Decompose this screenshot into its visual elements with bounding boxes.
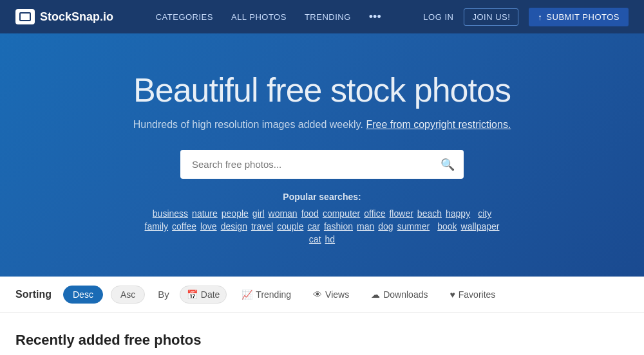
popular-searches: Popular searches: business nature people…	[13, 192, 631, 244]
sort-trending-label: Trending	[256, 289, 291, 300]
sort-by-views[interactable]: 👁 Views	[306, 286, 356, 304]
search-icon: 🔍	[440, 158, 455, 172]
tag-dog[interactable]: dog	[378, 221, 393, 232]
tag-summer[interactable]: summer	[397, 221, 430, 232]
tag-happy[interactable]: happy	[446, 208, 470, 219]
tag-woman[interactable]: woman	[269, 208, 298, 219]
tag-love[interactable]: love	[200, 221, 217, 232]
tag-cat[interactable]: cat	[309, 234, 321, 244]
tag-hd[interactable]: hd	[325, 234, 336, 244]
tag-coffee[interactable]: coffee	[172, 221, 196, 232]
hero-section: Beautiful free stock photos Hundreds of …	[0, 33, 644, 277]
sort-by-favorites[interactable]: ♥ Favorites	[442, 286, 502, 304]
navbar-links: CATEGORIES ALL PHOTOS TRENDING •••	[156, 10, 381, 24]
tag-man[interactable]: man	[357, 221, 374, 232]
tag-business[interactable]: business	[153, 208, 188, 219]
recently-title: Recently added free photos	[15, 332, 629, 349]
nav-categories[interactable]: CATEGORIES	[156, 12, 213, 22]
tag-book[interactable]: book	[437, 221, 457, 232]
tag-nature[interactable]: nature	[192, 208, 218, 219]
tag-flower[interactable]: flower	[389, 208, 413, 219]
popular-tags-container: business nature people girl woman food c…	[142, 208, 502, 244]
trending-icon: 📈	[242, 289, 252, 300]
sort-by-trending[interactable]: 📈 Trending	[234, 286, 298, 304]
sort-views-label: Views	[325, 289, 349, 300]
sort-asc-button[interactable]: Asc	[111, 286, 145, 304]
tag-girl[interactable]: girl	[252, 208, 265, 219]
tag-travel[interactable]: travel	[251, 221, 273, 232]
sort-date-label: Date	[201, 289, 220, 300]
tag-couple[interactable]: couple	[277, 221, 303, 232]
popular-label: Popular searches:	[13, 192, 631, 202]
tag-office[interactable]: office	[364, 208, 385, 219]
tag-people[interactable]: people	[222, 208, 249, 219]
upload-icon: ↑	[538, 12, 542, 22]
tag-car[interactable]: car	[307, 221, 319, 232]
tag-design[interactable]: design	[221, 221, 247, 232]
sort-downloads-label: Downloads	[383, 289, 428, 300]
submit-photos-button[interactable]: ↑ SUBMIT PHOTOS	[529, 8, 629, 26]
tag-city[interactable]: city	[478, 208, 491, 219]
sorting-label: Sorting	[15, 289, 52, 300]
more-options-icon[interactable]: •••	[369, 10, 381, 24]
brand-name: StockSnap.io	[40, 10, 113, 24]
search-button[interactable]: 🔍	[431, 150, 464, 179]
sorting-bar: Sorting Desc Asc By 📅 Date 📈 Trending 👁 …	[0, 277, 644, 313]
search-container: 🔍	[180, 150, 464, 179]
by-label: By	[158, 289, 169, 300]
recently-section: Recently added free photos	[0, 313, 644, 355]
brand-logo[interactable]: StockSnap.io	[15, 9, 113, 24]
nav-all-photos[interactable]: ALL PHOTOS	[231, 12, 287, 22]
eye-icon: 👁	[313, 289, 322, 300]
sort-by-date[interactable]: 📅 Date	[180, 286, 227, 304]
nav-trending[interactable]: TRENDING	[305, 12, 351, 22]
tag-wallpaper[interactable]: wallpaper	[461, 221, 500, 232]
join-button[interactable]: JOIN US!	[464, 8, 518, 26]
calendar-icon: 📅	[187, 289, 198, 300]
copyright-link[interactable]: Free from copyright restrictions.	[366, 119, 511, 130]
hero-subtitle: Hundreds of high resolution images added…	[13, 119, 631, 131]
sort-favorites-label: Favorites	[459, 289, 496, 300]
download-icon: ☁	[371, 289, 380, 300]
tag-computer[interactable]: computer	[323, 208, 360, 219]
navbar: StockSnap.io CATEGORIES ALL PHOTOS TREND…	[0, 0, 644, 33]
search-input[interactable]	[180, 150, 464, 179]
tag-food[interactable]: food	[301, 208, 319, 219]
tag-family[interactable]: family	[145, 221, 169, 232]
sort-desc-button[interactable]: Desc	[63, 286, 103, 304]
tag-beach[interactable]: beach	[417, 208, 442, 219]
sort-by-downloads[interactable]: ☁ Downloads	[364, 286, 435, 304]
navbar-right: LOG IN JOIN US! ↑ SUBMIT PHOTOS	[423, 8, 629, 26]
heart-icon: ♥	[450, 289, 455, 300]
hero-title: Beautiful free stock photos	[13, 72, 631, 109]
tag-fashion[interactable]: fashion	[324, 221, 353, 232]
login-button[interactable]: LOG IN	[423, 12, 453, 22]
brand-icon	[15, 9, 35, 24]
